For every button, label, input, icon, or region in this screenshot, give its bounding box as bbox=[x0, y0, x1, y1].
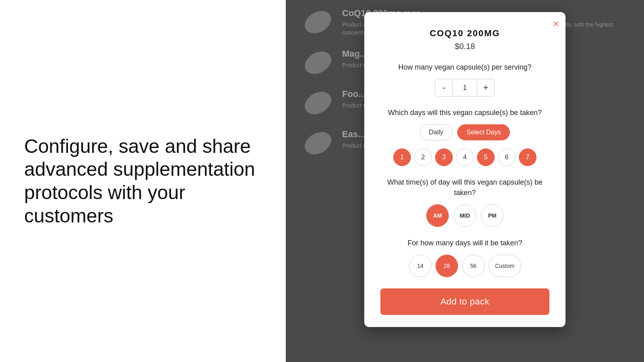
mid-button[interactable]: MID bbox=[454, 204, 476, 227]
day-circle-2[interactable]: 2 bbox=[414, 148, 432, 166]
duration-28-button[interactable]: 28 bbox=[436, 255, 458, 277]
right-panel: CoQ10 200mg $0.18 Product description: U… bbox=[286, 0, 644, 362]
modal-price: $0.18 bbox=[380, 42, 549, 51]
quantity-stepper: - 1 + bbox=[380, 79, 549, 97]
select-days-button[interactable]: Select Days bbox=[457, 124, 510, 140]
quantity-display: 1 bbox=[453, 79, 477, 97]
plus-button[interactable]: + bbox=[477, 79, 495, 97]
time-of-day-selector: AM MID PM bbox=[380, 204, 549, 227]
question-duration: For how many days will it be taken? bbox=[380, 238, 549, 248]
am-button[interactable]: AM bbox=[426, 204, 449, 227]
add-to-pack-button[interactable]: Add to pack bbox=[380, 288, 549, 315]
duration-selector: 14 28 56 Custom bbox=[380, 255, 549, 277]
day-circle-3[interactable]: 3 bbox=[435, 148, 453, 166]
day-circle-7[interactable]: 7 bbox=[519, 148, 537, 166]
minus-button[interactable]: - bbox=[435, 79, 453, 97]
modal: × COQ10 200MG $0.18 How many vegan capsu… bbox=[364, 12, 566, 327]
question-days: Which days will this vegan capsule(s) be… bbox=[380, 108, 549, 118]
left-panel: Configure, save and share advanced suppl… bbox=[0, 0, 286, 362]
day-circle-5[interactable]: 5 bbox=[477, 148, 495, 166]
pm-button[interactable]: PM bbox=[481, 204, 504, 227]
question-time: What time(s) of day will this vegan caps… bbox=[380, 177, 549, 197]
duration-56-button[interactable]: 56 bbox=[462, 255, 485, 277]
duration-14-button[interactable]: 14 bbox=[409, 255, 431, 277]
duration-custom-button[interactable]: Custom bbox=[489, 255, 521, 277]
day-number-circles: 1 2 3 4 5 6 7 bbox=[380, 148, 549, 166]
modal-title: COQ10 200MG bbox=[380, 28, 549, 39]
modal-overlay: × COQ10 200MG $0.18 How many vegan capsu… bbox=[286, 0, 644, 362]
daily-button[interactable]: Daily bbox=[420, 124, 453, 140]
question-capsules: How many vegan capsule(s) per serving? bbox=[380, 62, 549, 72]
day-circle-1[interactable]: 1 bbox=[393, 148, 411, 166]
days-type-selector: Daily Select Days bbox=[380, 124, 549, 140]
day-circle-6[interactable]: 6 bbox=[498, 148, 516, 166]
headline: Configure, save and share advanced suppl… bbox=[24, 135, 262, 227]
day-circle-4[interactable]: 4 bbox=[456, 148, 474, 166]
modal-close-button[interactable]: × bbox=[553, 19, 559, 29]
